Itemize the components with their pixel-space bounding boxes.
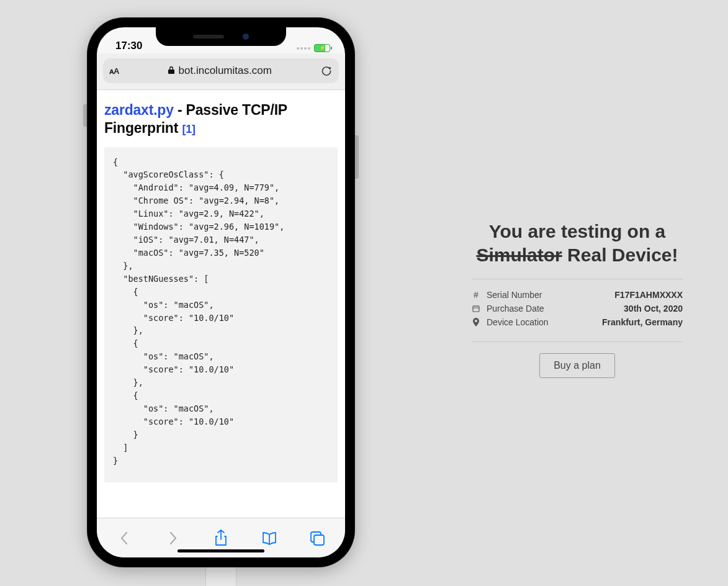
heading-pre: You are testing on a <box>489 221 666 241</box>
phone-side-button-right <box>355 135 359 179</box>
svg-rect-2 <box>473 306 479 312</box>
info-value: Frankfurt, Germany <box>602 317 683 327</box>
share-icon <box>213 529 229 548</box>
device-info-panel: You are testing on a Simulator Real Devi… <box>472 220 683 378</box>
info-row-purchase-date: Purchase Date 30th Oct, 2020 <box>472 302 683 315</box>
hash-icon: # <box>472 290 480 300</box>
text-size-button[interactable]: ᴀA <box>109 66 119 76</box>
code-block: { "avgScoreOsClass": { "Android": "avg=4… <box>104 147 338 482</box>
battery-charging-icon: ⚡ <box>314 44 330 52</box>
info-label: Serial Number <box>487 290 542 300</box>
page-heading: zardaxt.py - Passive TCP/IP Fingerprint … <box>104 101 338 137</box>
forward-button[interactable] <box>158 523 187 553</box>
webpage-content[interactable]: zardaxt.py - Passive TCP/IP Fingerprint … <box>97 90 345 518</box>
divider <box>472 279 683 279</box>
lock-icon <box>168 66 175 76</box>
phone-notch <box>156 27 286 46</box>
open-book-icon <box>261 530 278 546</box>
info-row-serial: # Serial Number F17F1AHMXXXX <box>472 288 683 302</box>
chevron-left-icon <box>119 529 131 548</box>
phone-mockup: 17:30 ⚡ ᴀA <box>87 17 355 567</box>
status-time: 17:30 <box>115 40 142 52</box>
panel-heading: You are testing on a Simulator Real Devi… <box>472 220 683 266</box>
bookmarks-button[interactable] <box>254 523 284 553</box>
tabs-button[interactable] <box>302 523 332 553</box>
chevron-right-icon <box>166 529 179 548</box>
home-indicator[interactable] <box>178 549 264 552</box>
phone-frame: 17:30 ⚡ ᴀA <box>87 17 355 567</box>
safari-address-bar-area: ᴀA bot.incolumitas.com <box>97 53 345 90</box>
buy-plan-button[interactable]: Buy a plan <box>539 353 615 378</box>
back-button[interactable] <box>110 523 140 553</box>
reload-button[interactable] <box>320 65 333 77</box>
signal-dots-icon <box>297 47 310 50</box>
safari-domain: bot.incolumitas.com <box>179 65 272 77</box>
info-label: Purchase Date <box>487 304 544 313</box>
info-row-location: Device Location Frankfurt, Germany <box>472 315 683 329</box>
phone-screen: 17:30 ⚡ ᴀA <box>97 27 345 557</box>
info-value: F17F1AHMXXXX <box>614 290 683 300</box>
location-pin-icon <box>472 318 480 327</box>
calendar-icon <box>472 305 480 312</box>
tabs-icon <box>308 530 326 546</box>
divider <box>472 341 683 342</box>
safari-address-field[interactable]: ᴀA bot.incolumitas.com <box>103 58 339 83</box>
share-button[interactable] <box>206 523 236 553</box>
heading-citation-link[interactable]: [1] <box>182 123 195 135</box>
info-value: 30th Oct, 2020 <box>624 304 683 313</box>
heading-post: Real Device! <box>562 245 678 265</box>
heading-link-zardaxt[interactable]: zardaxt.py <box>104 102 174 118</box>
info-label: Device Location <box>487 317 549 327</box>
heading-strike-word: Simulator <box>476 245 562 265</box>
svg-rect-1 <box>314 535 324 545</box>
